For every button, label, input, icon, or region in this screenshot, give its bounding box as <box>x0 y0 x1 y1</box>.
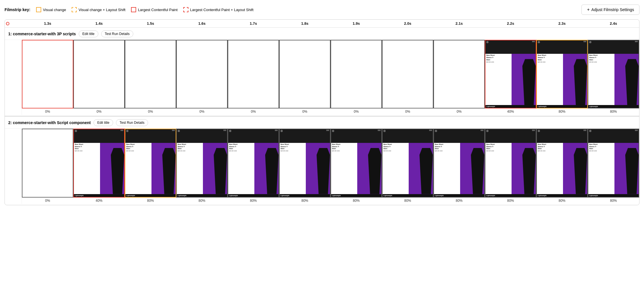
frame-cell-0-5[interactable]: 0% <box>279 40 331 115</box>
adjust-filmstrip-button[interactable]: + Adjust Filmstrip Settings <box>581 5 639 15</box>
row-2-edit-title-button[interactable]: Edit title <box>94 119 113 126</box>
tick-1: 1.4s <box>73 21 125 26</box>
frame-pct-1-1: 40% <box>95 198 102 204</box>
frame-cell-0-2[interactable]: 0% <box>125 40 176 115</box>
legend-item-visual-change: Visual change <box>36 7 66 12</box>
row-1-frames-grid: 0%0%0%0%0%0%0%0%0% New ShortSleeve T-Shi… <box>5 40 639 115</box>
frame-cell-1-8[interactable]: New ShortSleeve T-Shirt $25.99 USD Light… <box>433 129 485 204</box>
frame-cell-0-0[interactable]: 0% <box>22 40 73 115</box>
frame-thumb-1-5: New ShortSleeve T-Shirt $25.99 USD Light… <box>279 129 331 197</box>
frame-cell-0-1[interactable]: 0% <box>73 40 125 115</box>
frame-thumb-1-9: New ShortSleeve T-Shirt $25.99 USD Light… <box>485 129 536 197</box>
frame-cell-1-9[interactable]: New ShortSleeve T-Shirt $25.99 USD Light… <box>485 129 536 204</box>
frame-thumb-1-6: New ShortSleeve T-Shirt $25.99 USD Light… <box>331 129 382 197</box>
frame-thumb-0-3 <box>176 40 228 108</box>
row-1-section: 1: commerce-starter-with 3P scripts Edit… <box>5 28 639 116</box>
frame-cell-0-7[interactable]: 0% <box>382 40 433 115</box>
frame-cell-1-7[interactable]: New ShortSleeve T-Shirt $25.99 USD Light… <box>382 129 433 204</box>
row-2-label-bar: 2: commerce-starter-with Script componen… <box>5 119 639 128</box>
frame-pct-1-6: 80% <box>353 198 360 204</box>
frame-cell-0-10[interactable]: New ShortSleeve T-Shirt $25.99 USD Light… <box>536 40 588 115</box>
frame-pct-0-11: 80% <box>610 108 617 115</box>
frame-cell-0-6[interactable]: 0% <box>331 40 382 115</box>
frame-cell-1-3[interactable]: New ShortSleeve T-Shirt $25.99 USD Light… <box>176 129 228 204</box>
tick-8: 2.1s <box>433 21 485 26</box>
frame-cell-1-6[interactable]: New ShortSleeve T-Shirt $25.99 USD Light… <box>331 129 382 204</box>
frame-thumb-1-2: New ShortSleeve T-Shirt $25.99 USD Light… <box>125 129 176 197</box>
frame-cell-1-1[interactable]: New ShortSleeve T-Shirt $25.99 USD Light… <box>73 129 125 204</box>
frame-cell-1-10[interactable]: New ShortSleeve T-Shirt $25.99 USD Light… <box>536 129 588 204</box>
frame-pct-0-2: 0% <box>148 108 153 115</box>
frame-thumb-1-0 <box>22 129 73 197</box>
legend-bar: Filmstrip key: Visual change Visual chan… <box>5 5 639 15</box>
frame-thumb-1-1: New ShortSleeve T-Shirt $25.99 USD Light… <box>73 129 125 197</box>
frame-cell-0-4[interactable]: 0% <box>228 40 279 115</box>
row-1-title: 1: commerce-starter-with 3P scripts <box>8 32 76 36</box>
frame-thumb-1-3: New ShortSleeve T-Shirt $25.99 USD Light… <box>176 129 228 197</box>
row-2-frames-grid: 0% New ShortSleeve T-Shirt $25.99 USD Li… <box>5 128 639 204</box>
frame-thumb-0-6 <box>331 40 382 108</box>
tick-11: 2.4s <box>588 21 639 26</box>
frame-thumb-1-8: New ShortSleeve T-Shirt $25.99 USD Light… <box>433 129 485 197</box>
legend-text-visual-change: Visual change <box>43 8 66 12</box>
lcp-dot <box>6 22 9 25</box>
frame-pct-1-2: 80% <box>147 198 154 204</box>
row-2-test-run-button[interactable]: Test Run Details <box>116 119 148 126</box>
frame-thumb-0-0 <box>22 40 73 108</box>
frame-thumb-0-10: New ShortSleeve T-Shirt $25.99 USD Light… <box>536 40 588 108</box>
frame-thumb-0-4 <box>228 40 279 108</box>
frame-cell-1-5[interactable]: New ShortSleeve T-Shirt $25.99 USD Light… <box>279 129 331 204</box>
tick-10: 2.3s <box>536 21 588 26</box>
frame-cell-0-11[interactable]: New ShortSleeve T-Shirt $25.99 USD Light… <box>588 40 639 115</box>
timeline-start-col <box>5 21 22 26</box>
legend-text-lcp-layout-shift: Largest Contentful Paint + Layout Shift <box>190 8 254 12</box>
row-2-section: 2: commerce-starter-with Script componen… <box>5 116 639 205</box>
frame-pct-0-10: 80% <box>558 108 565 115</box>
frame-pct-1-3: 80% <box>198 198 205 204</box>
plus-icon: + <box>587 7 589 12</box>
frame-pct-1-9: 80% <box>507 198 514 204</box>
frame-cell-0-8[interactable]: 0% <box>433 40 485 115</box>
frame-pct-1-10: 80% <box>558 198 565 204</box>
frame-thumb-1-4: New ShortSleeve T-Shirt $25.99 USD Light… <box>228 129 279 197</box>
frame-thumb-1-7: New ShortSleeve T-Shirt $25.99 USD Light… <box>382 129 433 197</box>
frame-thumb-0-5 <box>279 40 331 108</box>
frame-pct-1-0: 0% <box>45 198 50 204</box>
legend-item-visual-change-layout-shift: Visual change + Layout Shift <box>72 7 125 12</box>
tick-2: 1.5s <box>125 21 176 26</box>
legend-text-lcp: Largest Contentful Paint <box>138 8 177 12</box>
row-1-edit-title-button[interactable]: Edit title <box>79 30 98 37</box>
legend-box-visual-change-layout-shift <box>72 7 77 12</box>
frame-cell-1-0[interactable]: 0% <box>22 129 73 204</box>
row-2-title: 2: commerce-starter-with Script componen… <box>8 120 91 125</box>
frame-spacer <box>5 40 22 115</box>
frame-thumb-0-7 <box>382 40 433 108</box>
frame-pct-0-5: 0% <box>302 108 307 115</box>
frame-cell-1-11[interactable]: New ShortSleeve T-Shirt $25.99 USD Light… <box>588 129 639 204</box>
frame-pct-0-8: 0% <box>457 108 462 115</box>
row-1-test-run-button[interactable]: Test Run Details <box>101 30 133 37</box>
frame-cell-0-3[interactable]: 0% <box>176 40 228 115</box>
legend-text-visual-change-layout-shift: Visual change + Layout Shift <box>78 8 125 12</box>
tick-7: 2.0s <box>382 21 433 26</box>
frame-pct-1-4: 80% <box>250 198 257 204</box>
frame-pct-0-6: 0% <box>354 108 359 115</box>
frame-cell-1-2[interactable]: New ShortSleeve T-Shirt $25.99 USD Light… <box>125 129 176 204</box>
row-1-label-bar: 1: commerce-starter-with 3P scripts Edit… <box>5 30 639 40</box>
frame-thumb-1-11: New ShortSleeve T-Shirt $25.99 USD Light… <box>588 129 639 197</box>
legend-label: Filmstrip key: <box>5 7 30 12</box>
frame-pct-0-1: 0% <box>97 108 101 115</box>
tick-3: 1.6s <box>176 21 228 26</box>
legend-items: Filmstrip key: Visual change Visual chan… <box>5 7 254 12</box>
filmstrip-container: 1.3s 1.4s 1.5s 1.6s 1.7s 1.8s 1.9s 2.0s … <box>5 19 639 205</box>
frame-thumb-0-8 <box>433 40 485 108</box>
frame-pct-1-8: 80% <box>456 198 462 204</box>
legend-item-lcp: Largest Contentful Paint <box>131 7 177 12</box>
frame-cell-0-9[interactable]: New ShortSleeve T-Shirt $25.99 USD Light… <box>485 40 536 115</box>
frame-pct-1-11: 80% <box>610 198 617 204</box>
frame-spacer <box>5 129 22 204</box>
tick-6: 1.9s <box>331 21 382 26</box>
frame-cell-1-4[interactable]: New ShortSleeve T-Shirt $25.99 USD Light… <box>228 129 279 204</box>
frame-thumb-0-9: New ShortSleeve T-Shirt $25.99 USD Light… <box>485 40 536 108</box>
frame-pct-0-3: 0% <box>200 108 204 115</box>
